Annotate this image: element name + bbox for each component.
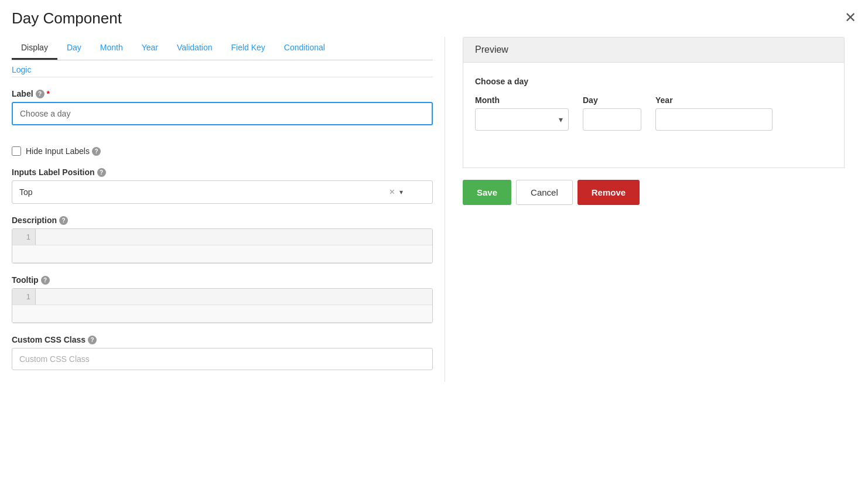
tooltip-help-icon[interactable]: ? <box>41 276 50 285</box>
tabs-row-2: Logic <box>12 60 433 77</box>
description-editor[interactable]: 1 <box>12 228 433 264</box>
month-select-wrapper <box>475 108 569 131</box>
action-buttons: Save Cancel Remove <box>463 180 845 205</box>
description-line-content[interactable] <box>36 229 432 245</box>
tab-conditional[interactable]: Conditional <box>275 37 334 60</box>
hide-input-labels-checkbox[interactable] <box>12 146 21 156</box>
date-fields-row: Month Day Year <box>475 95 832 131</box>
custom-css-class-text: Custom CSS Class <box>12 335 86 344</box>
inputs-label-position-value: Top <box>19 187 389 197</box>
day-field: Day <box>583 95 641 131</box>
month-select[interactable] <box>475 108 569 131</box>
inputs-label-position-section: Inputs Label Position ? Top × ▾ <box>12 168 433 204</box>
year-label: Year <box>655 95 773 105</box>
tooltip-editor-line-1: 1 <box>12 289 432 305</box>
custom-css-class-section: Custom CSS Class ? <box>12 335 433 370</box>
description-label: Description ? <box>12 216 433 225</box>
description-editor-empty <box>12 245 432 263</box>
select-dropdown-icon[interactable]: ▾ <box>399 188 403 196</box>
save-button[interactable]: Save <box>463 180 511 205</box>
tab-validation[interactable]: Validation <box>168 37 221 60</box>
day-input[interactable] <box>583 108 641 131</box>
tooltip-line-content[interactable] <box>36 289 432 305</box>
tab-logic[interactable]: Logic <box>12 63 31 77</box>
custom-css-class-help-icon[interactable]: ? <box>88 336 97 344</box>
label-text: Label <box>12 89 33 98</box>
tooltip-section: Tooltip ? 1 <box>12 275 433 323</box>
tab-field-key[interactable]: Field Key <box>221 37 274 60</box>
close-button[interactable]: ✕ <box>845 9 856 26</box>
label-required: * <box>47 89 50 98</box>
custom-css-class-input[interactable] <box>12 348 433 370</box>
year-input[interactable] <box>655 108 773 131</box>
inputs-label-position-label: Inputs Label Position ? <box>12 168 433 177</box>
day-label: Day <box>583 95 641 105</box>
tooltip-line-number: 1 <box>12 289 36 305</box>
tab-month[interactable]: Month <box>91 37 132 60</box>
description-editor-line-1: 1 <box>12 229 432 245</box>
hide-input-labels-help-icon[interactable]: ? <box>92 147 101 156</box>
hide-input-labels-text: Hide Input Labels <box>26 146 90 156</box>
select-icons: × ▾ <box>389 187 403 197</box>
month-field: Month <box>475 95 569 131</box>
year-field: Year <box>655 95 773 131</box>
tabs-row: Display Day Month Year Validation Field … <box>12 37 433 60</box>
description-help-icon[interactable]: ? <box>59 216 68 225</box>
description-text: Description <box>12 216 57 225</box>
tooltip-editor-empty <box>12 305 432 323</box>
select-clear-icon[interactable]: × <box>389 187 395 197</box>
left-panel: Display Day Month Year Validation Field … <box>12 37 445 382</box>
remove-button[interactable]: Remove <box>577 180 640 205</box>
cancel-button[interactable]: Cancel <box>516 180 573 205</box>
label-field-label: Label ? * <box>12 89 433 98</box>
description-section: Description ? 1 <box>12 216 433 264</box>
page-title: Day Component <box>12 9 856 28</box>
month-label: Month <box>475 95 569 105</box>
inputs-label-position-help-icon[interactable]: ? <box>97 168 106 177</box>
right-panel: Preview Choose a day Month <box>445 37 856 382</box>
hide-input-labels-row: Hide Input Labels ? <box>12 146 433 156</box>
tooltip-label: Tooltip ? <box>12 275 433 285</box>
inputs-label-position-text: Inputs Label Position <box>12 168 95 177</box>
inputs-label-position-select-wrapper: Top × ▾ <box>12 180 433 204</box>
hide-input-labels-label: Hide Input Labels ? <box>26 146 101 156</box>
preview-title: Preview <box>475 45 508 54</box>
tooltip-text: Tooltip <box>12 275 39 285</box>
inputs-label-position-select[interactable]: Top × ▾ <box>12 180 433 204</box>
description-line-number: 1 <box>12 229 36 245</box>
tab-day[interactable]: Day <box>57 37 91 60</box>
label-input[interactable] <box>12 102 433 125</box>
preview-header: Preview <box>463 37 845 63</box>
tab-display[interactable]: Display <box>12 37 57 60</box>
label-help-icon[interactable]: ? <box>36 90 45 98</box>
tab-year[interactable]: Year <box>132 37 168 60</box>
preview-body: Choose a day Month Day <box>463 63 845 168</box>
custom-css-class-label: Custom CSS Class ? <box>12 335 433 344</box>
preview-component-label: Choose a day <box>475 77 832 86</box>
tooltip-editor[interactable]: 1 <box>12 288 433 323</box>
label-field-section: Label ? * <box>12 89 433 135</box>
